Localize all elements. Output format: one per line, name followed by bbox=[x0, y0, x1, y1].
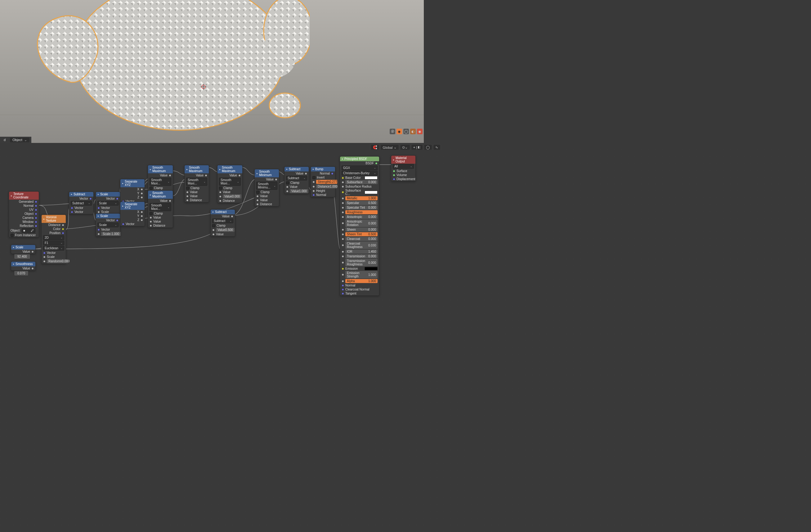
node-header[interactable]: Smooth Maximum bbox=[148, 165, 173, 173]
in-vector[interactable]: Vector bbox=[96, 206, 120, 210]
shading-rendered-icon[interactable]: ◉ bbox=[417, 129, 423, 134]
node-smooth-max-2[interactable]: Smooth Maximum Value Smooth Maxi...⌄ Cla… bbox=[148, 190, 173, 228]
node-header[interactable]: Scale bbox=[11, 245, 35, 250]
clamp-checkbox[interactable]: Clamp bbox=[185, 186, 209, 190]
op-select[interactable]: Subtract⌄ bbox=[285, 175, 309, 181]
node-header[interactable]: Principled BSDF bbox=[340, 157, 379, 161]
node-smooth-max-3[interactable]: Smooth Maximum Value Smooth Maxi...⌄ Cla… bbox=[184, 165, 209, 202]
out-uv[interactable]: UV bbox=[9, 208, 39, 212]
invert-checkbox[interactable]: Invert bbox=[311, 175, 335, 179]
node-subtract-2[interactable]: Subtract Value Subtract⌄ Clamp Value0.50… bbox=[210, 209, 235, 237]
node-header[interactable]: Smoothness bbox=[11, 262, 35, 266]
node-header[interactable]: Smooth Maximum bbox=[185, 165, 209, 173]
principled-row[interactable]: IOR1.450 bbox=[340, 249, 379, 254]
principled-row[interactable]: Anisotropic Rotation0.000 bbox=[340, 219, 379, 227]
node-voronoi-texture[interactable]: Voronoi Texture Distance Color Position … bbox=[41, 215, 66, 264]
voronoi-feature[interactable]: F1⌄ bbox=[42, 240, 66, 246]
in-vector-b[interactable]: Vector bbox=[69, 210, 93, 214]
principled-row[interactable]: Subsurface C... bbox=[340, 188, 379, 196]
in-vector-a[interactable]: Vector bbox=[69, 206, 93, 210]
node-header[interactable]: Smooth Maximum bbox=[148, 191, 173, 199]
principled-row[interactable]: Base Color bbox=[340, 176, 379, 180]
node-header[interactable]: Subtract bbox=[285, 167, 309, 171]
shading-solid-icon[interactable]: ◉ bbox=[397, 129, 402, 134]
node-subtract-3[interactable]: Subtract Value Subtract⌄ Clamp Value Val… bbox=[284, 167, 309, 194]
node-smooth-minimum[interactable]: Smooth Minimum Value Smooth Minimu...⌄ C… bbox=[255, 169, 279, 206]
principled-row[interactable]: Transmission Roughness0.000 bbox=[340, 259, 379, 267]
node-header[interactable]: Smooth Maximum bbox=[217, 165, 242, 173]
node-header[interactable]: Subtract bbox=[211, 209, 235, 214]
node-smoothness-input[interactable]: Smoothness Value bbox=[11, 261, 36, 271]
node-scale-vector-1[interactable]: Scale Vector Scale⌄ Vector Scale bbox=[95, 192, 120, 214]
op-select[interactable]: Scale⌄ bbox=[96, 222, 120, 228]
node-texture-coordinate[interactable]: Texture Coordinate Generated Normal UV O… bbox=[9, 191, 39, 237]
shader-node-editor[interactable]: Texture Coordinate Generated Normal UV O… bbox=[0, 150, 424, 278]
principled-row[interactable]: Anisotropic0.000 bbox=[340, 215, 379, 219]
out-color[interactable]: Color bbox=[42, 227, 66, 231]
out-object[interactable]: Object bbox=[9, 212, 39, 216]
node-material-output[interactable]: Material Output All⌄ Surface Volume Disp… bbox=[391, 155, 416, 181]
in-scale[interactable]: Scale bbox=[42, 255, 66, 259]
principled-row[interactable]: Transmission0.000 bbox=[340, 254, 379, 259]
out-generated[interactable]: Generated bbox=[9, 200, 39, 204]
sss-select[interactable]: Christensen-Burley⌄ bbox=[340, 171, 379, 176]
shading-wire-icon[interactable]: ◯ bbox=[403, 129, 409, 134]
overlay-toggle-icon[interactable]: ⦿ bbox=[390, 129, 395, 134]
principled-row[interactable]: Emission Strength1.000 bbox=[340, 271, 379, 278]
dist-select[interactable]: GGX⌄ bbox=[340, 165, 379, 171]
principled-row[interactable]: Subsurface Radius bbox=[340, 185, 379, 188]
out-value[interactable]: Value bbox=[11, 266, 35, 270]
principled-row[interactable]: Specular0.500 bbox=[340, 201, 379, 205]
out-vector[interactable]: Vector bbox=[96, 197, 120, 201]
principled-row[interactable]: Sheen Tint0.500 bbox=[340, 232, 379, 237]
in-randomness[interactable]: Randomn0.000 bbox=[42, 259, 66, 264]
node-separate-xyz-1[interactable]: Separate XYZ X Y Z Vector bbox=[120, 179, 145, 204]
op-select[interactable]: Scale⌄ bbox=[96, 201, 120, 206]
principled-row[interactable]: Roughness bbox=[340, 210, 379, 215]
from-instancer-checkbox[interactable]: From Instancer bbox=[9, 233, 39, 237]
node-header[interactable]: Bump bbox=[311, 167, 335, 171]
shading-material-icon[interactable]: ◐ bbox=[410, 129, 416, 134]
node-header[interactable]: Scale bbox=[96, 214, 120, 218]
smoothness-value-field[interactable]: 0.070 bbox=[14, 271, 29, 276]
node-header[interactable]: Material Output bbox=[391, 156, 415, 164]
node-header[interactable]: Smooth Minimum bbox=[255, 169, 279, 177]
node-subtract-vector[interactable]: Subtract Vector Subtract⌄ Vector Vector bbox=[69, 192, 94, 214]
principled-row[interactable]: Clearcoat0.000 bbox=[340, 237, 379, 241]
out-vector[interactable]: Vector bbox=[96, 218, 120, 222]
op-select[interactable]: Smooth Minimu...⌄ bbox=[255, 181, 279, 190]
clamp-checkbox[interactable]: Clamp bbox=[211, 223, 235, 228]
clamp-checkbox[interactable]: Clamp bbox=[285, 181, 309, 185]
principled-row[interactable]: Specular Tint0.000 bbox=[340, 205, 379, 210]
op-select[interactable]: Subtract⌄ bbox=[69, 201, 93, 206]
node-header[interactable]: Voronoi Texture bbox=[42, 215, 66, 223]
snap-magnet-icon[interactable]: 🧲 bbox=[371, 145, 379, 150]
in-vector[interactable]: Vector bbox=[120, 222, 144, 226]
op-select[interactable]: Smooth Maxi...⌄ bbox=[217, 177, 242, 186]
node-scale-input[interactable]: Scale Value bbox=[11, 245, 36, 254]
out-vector[interactable]: Vector bbox=[69, 197, 93, 201]
in-scale-const[interactable]: Scale-1.000 bbox=[96, 232, 120, 236]
out-reflection[interactable]: Reflection bbox=[9, 224, 39, 228]
node-scale-vector-2[interactable]: Scale Vector Scale⌄ Vector Scale-1.000 bbox=[95, 213, 120, 237]
node-header[interactable]: Separate XYZ bbox=[120, 179, 144, 187]
principled-row[interactable]: Subsurface0.000 bbox=[340, 180, 379, 185]
clamp-checkbox[interactable]: Clamp bbox=[148, 212, 173, 216]
snap-options[interactable]: ⌖ | ◧ bbox=[411, 145, 422, 150]
principled-row[interactable]: Emission bbox=[340, 267, 379, 271]
viewport-3d[interactable]: d Object ⌄ ⦿ ◉ ◯ ◐ ◉ bbox=[0, 0, 424, 143]
op-select[interactable]: Smooth Maxi...⌄ bbox=[185, 177, 209, 186]
node-separate-xyz-2[interactable]: Separate XYZ X Y Z Vector bbox=[120, 202, 145, 226]
in-vector[interactable]: Vector bbox=[42, 251, 66, 255]
voronoi-metric[interactable]: Euclidean⌄ bbox=[42, 246, 66, 251]
clamp-checkbox[interactable]: Clamp bbox=[217, 186, 242, 190]
principled-row[interactable]: Metallic1.000 bbox=[340, 196, 379, 201]
node-header[interactable]: Subtract bbox=[69, 192, 93, 197]
op-select[interactable]: Smooth Maxi...⌄ bbox=[148, 203, 173, 212]
clamp-checkbox[interactable]: Clamp bbox=[148, 186, 173, 190]
principled-row[interactable]: Sheen0.000 bbox=[340, 227, 379, 232]
op-select[interactable]: Subtract⌄ bbox=[211, 218, 235, 223]
mode-dropdown[interactable]: Object ⌄ bbox=[10, 138, 29, 142]
out-window[interactable]: Window bbox=[9, 220, 39, 224]
out-normal[interactable]: Normal bbox=[9, 204, 39, 208]
